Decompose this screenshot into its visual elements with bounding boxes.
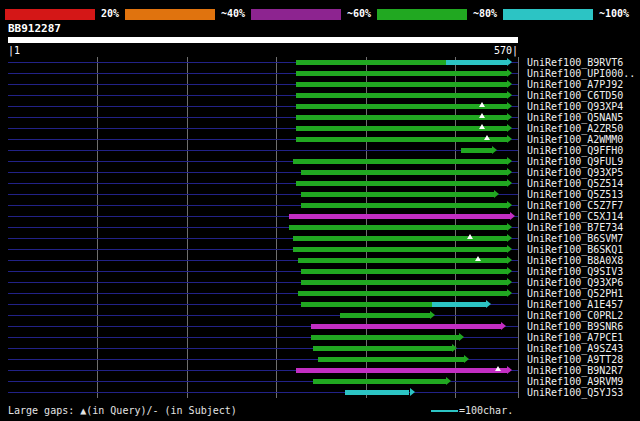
hit-label[interactable]: UniRef100_C5XJ14 [527, 211, 623, 222]
hit-bar-arrowhead [507, 366, 512, 374]
hit-bar[interactable] [296, 60, 446, 65]
hit-label[interactable]: UniRef100_Q52PH1 [527, 288, 623, 299]
scale-legend: =100char. [431, 404, 513, 417]
identity-scale-bar: 20%~40%~60%~80%~100% [5, 8, 635, 20]
hit-bar-arrowhead [507, 256, 512, 264]
hit-bar[interactable] [301, 203, 508, 208]
hit-bar[interactable] [296, 104, 507, 109]
hit-label[interactable]: UniRef100_A7PJ92 [527, 79, 623, 90]
hit-bar[interactable] [313, 346, 452, 351]
hit-bar[interactable] [296, 71, 507, 76]
hit-bar-arrowhead [507, 234, 512, 242]
scale-label: ~60% [341, 8, 377, 20]
hit-bar-arrowhead [507, 157, 512, 165]
hit-bar[interactable] [289, 225, 507, 230]
query-ruler: |1 570| [8, 45, 518, 56]
hit-bar[interactable] [296, 82, 507, 87]
hit-bar-arrowhead [507, 223, 512, 231]
hit-label[interactable]: UniRef100_A2ZR50 [527, 123, 623, 134]
hit-label[interactable]: UniRef100_B6SVM7 [527, 233, 623, 244]
scale-label: ~40% [215, 8, 251, 20]
hit-bar-arrowhead [510, 212, 515, 220]
hit-bar[interactable] [432, 302, 486, 307]
hit-bar[interactable] [301, 269, 508, 274]
hit-label[interactable]: UniRef100_Q93XP6 [527, 277, 623, 288]
row-baseline [8, 315, 518, 316]
hit-bar-arrowhead [494, 190, 499, 198]
hit-label[interactable]: UniRef100_C0PRL2 [527, 310, 623, 321]
hit-label[interactable]: UniRef100_Q5Z514 [527, 178, 623, 189]
hit-label[interactable]: UniRef100_Q93XP5 [527, 167, 623, 178]
scale-segment-60-80 [377, 9, 467, 20]
scale-label: ~100% [593, 8, 635, 20]
hit-bar[interactable] [289, 214, 510, 219]
hit-label[interactable]: UniRef100_A9RVM9 [527, 376, 623, 387]
hit-bar[interactable] [461, 148, 492, 153]
hit-label[interactable]: UniRef100_A9SZ43 [527, 343, 623, 354]
hit-bar[interactable] [301, 302, 433, 307]
hit-bar-arrowhead [452, 344, 457, 352]
hit-label[interactable]: UniRef100_B7E734 [527, 222, 623, 233]
hit-label[interactable]: UniRef100_C6TD50 [527, 90, 623, 101]
hit-label[interactable]: UniRef100_Q9FUL9 [527, 156, 623, 167]
scale-legend-line [431, 410, 458, 412]
gap-marker [479, 102, 485, 107]
scale-label: 20% [95, 8, 125, 20]
hit-label[interactable]: UniRef100_Q5Z513 [527, 189, 623, 200]
hit-bar[interactable] [296, 137, 507, 142]
query-id: BB912287 [8, 22, 61, 35]
hit-bar[interactable] [340, 313, 430, 318]
hit-bar[interactable] [301, 280, 508, 285]
hit-bar-arrowhead [507, 80, 512, 88]
ruler-end: 570| [494, 45, 518, 56]
hit-bar[interactable] [345, 390, 409, 395]
hit-bar-arrowhead [459, 333, 464, 341]
hit-label[interactable]: UniRef100_B9SNR6 [527, 321, 623, 332]
hit-label[interactable]: UniRef100_Q93XP4 [527, 101, 623, 112]
scale-legend-text: =100char. [459, 404, 513, 417]
gap-marker [495, 366, 501, 371]
hit-bar-arrowhead [507, 179, 512, 187]
hit-label[interactable]: UniRef100_UPI000.. [527, 68, 635, 79]
hit-bar[interactable] [293, 159, 507, 164]
hit-label[interactable]: UniRef100_A2WMM0 [527, 134, 623, 145]
hit-label[interactable]: UniRef100_B6SKQ1 [527, 244, 623, 255]
hit-bar-arrowhead [507, 201, 512, 209]
hit-label[interactable]: UniRef100_C5Z7F7 [527, 200, 623, 211]
hit-label[interactable]: UniRef100_Q5NAN5 [527, 112, 623, 123]
large-gaps-note: Large gaps: ▲(in Query)/- (in Subject) [8, 404, 237, 417]
hit-bar[interactable] [296, 93, 507, 98]
hit-bar[interactable] [318, 357, 464, 362]
hit-bar-arrowhead [507, 91, 512, 99]
hit-bar-arrowhead [507, 289, 512, 297]
hit-bar[interactable] [311, 324, 501, 329]
hit-label[interactable]: UniRef100_B9N2R7 [527, 365, 623, 376]
scale-segment-80-100 [503, 9, 593, 20]
hit-bar[interactable] [313, 379, 446, 384]
hit-label[interactable]: UniRef100_B8A0X8 [527, 255, 623, 266]
hit-bar-arrowhead [507, 168, 512, 176]
gridline [518, 57, 519, 398]
hit-bar[interactable] [296, 126, 507, 131]
hit-bar-arrowhead [446, 377, 451, 385]
hit-label[interactable]: UniRef100_Q9FFH0 [527, 145, 623, 156]
query-bar [8, 37, 518, 43]
hit-label[interactable]: UniRef100_Q5YJS3 [527, 387, 623, 398]
gap-marker [479, 113, 485, 118]
hit-bar[interactable] [296, 181, 507, 186]
scale-segment-20-40 [125, 9, 215, 20]
hit-bar[interactable] [293, 236, 507, 241]
hit-label[interactable]: UniRef100_A7PCE1 [527, 332, 623, 343]
hit-bar[interactable] [301, 192, 494, 197]
hit-bar[interactable] [296, 115, 507, 120]
hit-bar[interactable] [301, 170, 508, 175]
hit-label[interactable]: UniRef100_A9TT28 [527, 354, 623, 365]
hit-bar[interactable] [293, 247, 507, 252]
hit-bar[interactable] [298, 291, 507, 296]
hit-label[interactable]: UniRef100_Q9SIV3 [527, 266, 623, 277]
hit-bar[interactable] [311, 335, 459, 340]
hit-bar[interactable] [296, 368, 507, 373]
hit-label[interactable]: UniRef100_B9RVT6 [527, 57, 623, 68]
hit-label[interactable]: UniRef100_A1E457 [527, 299, 623, 310]
hit-bar[interactable] [446, 60, 507, 65]
